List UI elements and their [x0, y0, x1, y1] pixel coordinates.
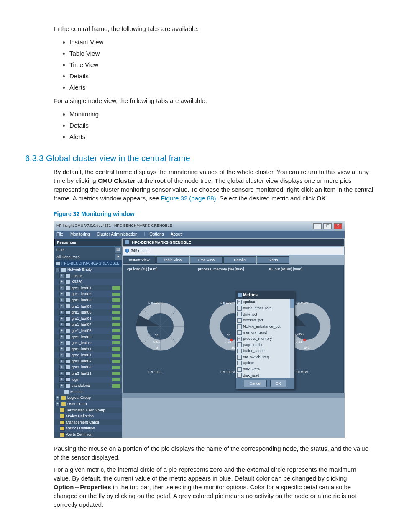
- sidebar-root[interactable]: HPC-BENCHMARKS-GRENOBLE: [54, 260, 122, 267]
- tab-details[interactable]: Details: [223, 256, 256, 264]
- maximize-button[interactable]: ▢: [323, 223, 332, 229]
- sidebar-item[interactable]: +standalone: [54, 383, 122, 389]
- expand-icon[interactable]: +: [59, 371, 64, 376]
- metric-option[interactable]: memory_used: [236, 329, 294, 336]
- metric-option[interactable]: ✓process_memory: [236, 336, 294, 342]
- window-titlebar[interactable]: HP Insight CMU V7.0.9.dev4651 - HPC-BENC…: [54, 221, 345, 231]
- metric-option[interactable]: numa_other_rate: [236, 305, 294, 311]
- close-button[interactable]: ✕: [334, 223, 342, 229]
- figure-link[interactable]: Figure 32 (page 88): [161, 195, 216, 202]
- checkbox-icon[interactable]: ✓: [237, 300, 242, 304]
- metric-option[interactable]: ✓cpuload: [236, 299, 294, 305]
- resize-bar[interactable]: [122, 393, 345, 398]
- sidebar-item[interactable]: +gre1_leaf03: [54, 297, 122, 303]
- expand-icon[interactable]: +: [59, 286, 64, 290]
- tab-time-view[interactable]: Time View: [190, 256, 223, 264]
- sidebar-item[interactable]: +Logical Group: [54, 395, 122, 401]
- expand-icon[interactable]: +: [59, 292, 64, 296]
- sidebar-item[interactable]: +gre3_leaf12: [54, 370, 122, 377]
- checkbox-icon[interactable]: [237, 373, 242, 378]
- checkbox-icon[interactable]: [237, 318, 242, 323]
- sidebar-item[interactable]: +gre1_leaf11: [54, 346, 122, 352]
- sidebar-all-resources[interactable]: All Resources: [54, 254, 115, 261]
- expand-icon[interactable]: +: [59, 316, 64, 321]
- expand-icon[interactable]: +: [59, 322, 64, 327]
- sidebar-item[interactable]: Metrics Definition: [54, 425, 122, 432]
- sidebar-item[interactable]: -Network Entity: [54, 267, 122, 273]
- sidebar-item[interactable]: +gre1_leaf09: [54, 334, 122, 340]
- expand-icon[interactable]: +: [59, 377, 64, 382]
- sidebar-item[interactable]: +gre1_leaf06: [54, 316, 122, 322]
- expand-icon[interactable]: +: [59, 304, 64, 308]
- expand-icon[interactable]: +: [59, 341, 64, 345]
- sidebar-item[interactable]: +gre1_leaf01: [54, 285, 122, 291]
- expand-icon[interactable]: +: [59, 347, 64, 351]
- expand-icon[interactable]: +: [59, 334, 64, 339]
- sidebar-item[interactable]: +X9320: [54, 279, 122, 285]
- sidebar-item[interactable]: Mondile: [54, 389, 122, 395]
- sidebar-item[interactable]: +gre1_leaf10: [54, 340, 122, 346]
- checkbox-icon[interactable]: [237, 361, 242, 365]
- sidebar-item[interactable]: Management Cards: [54, 419, 122, 426]
- sidebar-item[interactable]: +User Group: [54, 401, 122, 407]
- expand-icon[interactable]: -: [55, 267, 60, 272]
- expand-icon[interactable]: +: [59, 280, 64, 284]
- expand-icon[interactable]: +: [55, 396, 60, 400]
- filter-expand-icon[interactable]: ⊞: [115, 247, 121, 253]
- sidebar-item[interactable]: Terminated User Group: [54, 407, 122, 414]
- expand-icon[interactable]: +: [55, 402, 60, 406]
- sidebar-item[interactable]: Nodes Definition: [54, 413, 122, 419]
- sidebar-item[interactable]: +gre1_leaf02: [54, 291, 122, 297]
- tab-table-view[interactable]: Table View: [156, 256, 189, 264]
- menu-cluster-admin[interactable]: Cluster Administration: [97, 232, 137, 236]
- sidebar-item[interactable]: +login: [54, 377, 122, 383]
- checkbox-icon[interactable]: ✓: [237, 337, 242, 341]
- cancel-button[interactable]: Cancel: [244, 380, 266, 387]
- metric-option[interactable]: NUMA_imbalance_pct: [236, 324, 294, 330]
- sidebar-item[interactable]: +gre1_leaf05: [54, 309, 122, 316]
- expand-icon[interactable]: +: [59, 383, 64, 388]
- metric-option[interactable]: disk_read: [236, 373, 294, 379]
- checkbox-icon[interactable]: [237, 342, 242, 347]
- filter-dropdown-icon[interactable]: ▾: [115, 254, 121, 260]
- sidebar-item[interactable]: +gre1_leaf07: [54, 321, 122, 328]
- metric-option[interactable]: disk_write: [236, 366, 294, 373]
- expand-icon[interactable]: +: [59, 359, 64, 364]
- sidebar-item[interactable]: +gre2_leaf01: [54, 352, 122, 358]
- expand-icon[interactable]: +: [59, 310, 64, 315]
- ok-button[interactable]: OK: [270, 380, 286, 387]
- menu-file[interactable]: File: [56, 232, 63, 236]
- metric-option[interactable]: ctx_switch_freq: [236, 354, 294, 360]
- metric-option[interactable]: uptime: [236, 360, 294, 366]
- menu-monitoring[interactable]: Monitoring: [70, 232, 90, 236]
- minimize-button[interactable]: —: [313, 223, 322, 229]
- expand-icon[interactable]: +: [59, 353, 64, 357]
- expand-icon[interactable]: +: [59, 365, 64, 370]
- menu-options[interactable]: Options: [149, 232, 164, 236]
- status-bar: [112, 335, 120, 339]
- checkbox-icon[interactable]: [237, 355, 242, 360]
- sidebar-item[interactable]: +gre2_leaf03: [54, 364, 122, 370]
- checkbox-icon[interactable]: [237, 306, 242, 311]
- checkbox-icon[interactable]: [237, 312, 242, 316]
- sidebar-item[interactable]: +gre1_leaf04: [54, 303, 122, 310]
- checkbox-icon[interactable]: [237, 324, 242, 329]
- sidebar-item[interactable]: Alerts Definition: [54, 432, 122, 438]
- metric-option[interactable]: dirty_pct: [236, 311, 294, 318]
- checkbox-icon[interactable]: [237, 367, 242, 372]
- metric-option[interactable]: blocked_pct: [236, 317, 294, 324]
- sidebar-item[interactable]: +Lustre: [54, 273, 122, 279]
- tab-instant-view[interactable]: Instant View: [123, 256, 156, 264]
- tab-alerts[interactable]: Alerts: [257, 256, 289, 264]
- metric-option[interactable]: buffer_cache: [236, 348, 294, 354]
- checkbox-icon[interactable]: [237, 330, 242, 335]
- expand-icon[interactable]: +: [59, 329, 64, 333]
- expand-icon[interactable]: +: [59, 273, 64, 278]
- menu-about[interactable]: About: [171, 232, 182, 236]
- metric-option[interactable]: page_cache: [236, 342, 294, 348]
- expand-icon[interactable]: +: [59, 298, 64, 303]
- popup-scrollbar[interactable]: [290, 299, 294, 378]
- checkbox-icon[interactable]: [237, 349, 242, 353]
- sidebar-item[interactable]: +gre1_leaf08: [54, 328, 122, 334]
- sidebar-item[interactable]: +gre2_leaf02: [54, 358, 122, 365]
